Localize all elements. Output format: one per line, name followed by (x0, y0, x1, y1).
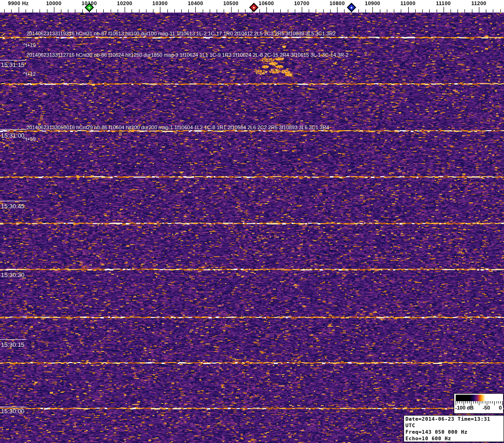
time-tick (0, 201, 27, 201)
echo-offset-label: ^t+12 (23, 71, 36, 77)
marker-center-dot (88, 7, 90, 9)
waterfall-area[interactable]: 15:31:1515:31:0015:30:4515:30:3015:30:15… (0, 13, 504, 443)
time-tick (0, 339, 27, 340)
echo-offset-label: ^t+19 (23, 42, 36, 48)
freq-tick-label: 10600 (259, 0, 274, 6)
time-tick (0, 129, 27, 130)
freq-tick-label: 11000 (400, 0, 415, 6)
detection-annotation: 20140623133059016 hCnt29 nb-86 f10604 hi… (27, 125, 329, 130)
time-tick (0, 60, 27, 60)
freq-tick-label: 10400 (188, 0, 203, 6)
detection-annotation: 20140623133112716 hCnt30 nb-86 f10624 hi… (27, 52, 349, 58)
info-freq-line: Freq=143 050 000 Hz (405, 429, 502, 436)
freq-tick-label: 11200 (471, 0, 486, 6)
freq-tick-label: 10800 (330, 0, 345, 6)
time-label: 15:30:00 (1, 408, 25, 415)
freq-tick-label: 10500 (223, 0, 239, 6)
colorbar-label-mid: -50 (483, 405, 490, 410)
freq-tick-label: 10300 (153, 0, 168, 6)
time-tick (0, 270, 27, 270)
marker-center-dot (253, 7, 255, 9)
info-date-line: Date=2014-06-23 Time=13:31 UTC (405, 416, 502, 429)
time-label: 15:30:30 (1, 271, 25, 278)
echo-offset-label: ^t+59 (23, 136, 36, 142)
time-label: 15:31:00 (1, 132, 25, 139)
spectrogram-display: 9900 Hz100001010010200103001040010500106… (0, 0, 504, 443)
detection-annotation: 20140623133119316 hCnt31 nb-87 f10613 hi… (27, 31, 336, 36)
info-echo-line: Echo=10 600 Hz (405, 436, 502, 442)
colorbar-label-min: -100 dB (455, 405, 474, 410)
freq-tick-label: 10700 (294, 0, 309, 6)
time-tick (0, 407, 27, 407)
freq-tick-label: 10900 (365, 0, 380, 6)
frequency-ruler[interactable]: 9900 Hz100001010010200103001040010500106… (0, 0, 504, 13)
freq-tick-label: 9900 Hz (8, 0, 28, 6)
colorbar-label-max: 0 (499, 405, 502, 410)
time-label: 15:31:15 (1, 61, 25, 68)
time-label: 15:30:15 (1, 341, 25, 348)
marker-center-dot (351, 7, 352, 9)
colorbar: -100 dB -50 0 (454, 393, 504, 414)
freq-tick-label: 11100 (436, 0, 451, 6)
colorbar-gradient (456, 395, 502, 401)
freq-tick-label: 10200 (117, 0, 133, 6)
time-label: 15:30:45 (1, 203, 25, 210)
info-box: Date=2014-06-23 Time=13:31 UTC Freq=143 … (404, 415, 504, 442)
freq-tick-label: 10000 (46, 0, 61, 6)
colorbar-labels: -100 dB -50 0 (454, 406, 503, 411)
waterfall-overlay: 15:31:1515:31:0015:30:4515:30:3015:30:15… (0, 13, 504, 443)
